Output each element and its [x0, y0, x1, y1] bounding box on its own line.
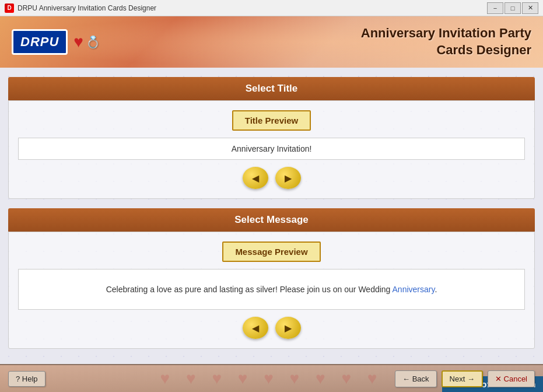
header-title-line2: Cards Designer — [361, 42, 531, 59]
header-title-line1: Anniversary Invitation Party — [361, 25, 531, 42]
message-preview-box: Message Preview — [222, 242, 320, 262]
message-nav-buttons — [243, 317, 301, 339]
next-button[interactable]: Next → — [442, 370, 483, 387]
cancel-button[interactable]: ✕ Cancel — [488, 370, 535, 387]
message-part1: Celebrating a love as pure and lasting a… — [106, 285, 393, 294]
select-message-header: Select Message — [8, 208, 535, 232]
drpu-logo: DRPU — [12, 29, 68, 55]
footer-left: ? Help — [8, 371, 45, 387]
header-banner: DRPU ♥ 💍 Anniversary Invitation Party Ca… — [0, 16, 543, 68]
minimize-button[interactable]: − — [487, 2, 503, 14]
header-title: Anniversary Invitation Party Cards Desig… — [361, 25, 531, 58]
message-next-icon — [285, 323, 292, 334]
title-next-icon — [285, 173, 292, 184]
message-link: Anniversary — [393, 285, 435, 294]
message-prev-icon — [252, 323, 259, 334]
title-bar: D DRPU Anniversary Invitation Cards Desi… — [0, 0, 543, 16]
title-next-button[interactable] — [275, 167, 301, 189]
help-button[interactable]: ? Help — [8, 371, 45, 387]
maximize-button[interactable]: □ — [505, 2, 521, 14]
select-message-body: Message Preview Celebrating a love as pu… — [8, 232, 535, 349]
title-prev-button[interactable] — [243, 167, 268, 189]
select-title-section: Select Title Title Preview Anniversary I… — [8, 77, 535, 199]
footer: ♥ ♥ ♥ ♥ ♥ ♥ ♥ ♥ ♥ ? Help ← Back Next → ✕… — [0, 364, 543, 392]
title-prev-icon — [252, 173, 259, 184]
app-icon: D — [5, 4, 14, 13]
title-text-value: Anniversary Invitation! — [232, 144, 312, 153]
message-text-display: Celebrating a love as pure and lasting a… — [18, 269, 525, 310]
title-preview-box: Title Preview — [232, 110, 311, 131]
message-part2: . — [435, 285, 437, 294]
title-nav-buttons — [243, 167, 301, 189]
title-text-display: Anniversary Invitation! — [18, 138, 525, 160]
back-button[interactable]: ← Back — [395, 370, 437, 387]
select-message-section: Select Message Message Preview Celebrati… — [8, 208, 535, 349]
heart-icon: ♥ — [73, 33, 83, 51]
ring-icon: 💍 — [86, 35, 100, 49]
window-controls: − □ ✕ — [487, 2, 538, 14]
window-title: DRPU Anniversary Invitation Cards Design… — [17, 4, 487, 12]
select-title-header: Select Title — [8, 77, 535, 100]
select-title-body: Title Preview Anniversary Invitation! — [8, 100, 535, 199]
logo-area: DRPU ♥ 💍 — [12, 29, 100, 55]
footer-right: ← Back Next → ✕ Cancel — [395, 370, 535, 387]
close-button[interactable]: ✕ — [522, 2, 538, 14]
footer-decoration: ♥ ♥ ♥ ♥ ♥ ♥ ♥ ♥ ♥ — [160, 369, 383, 388]
main-content: Select Title Title Preview Anniversary I… — [0, 68, 543, 364]
message-prev-button[interactable] — [243, 317, 268, 339]
message-next-button[interactable] — [275, 317, 301, 339]
message-text: Celebrating a love as pure and lasting a… — [106, 284, 437, 296]
logo-icons: ♥ 💍 — [73, 33, 100, 51]
